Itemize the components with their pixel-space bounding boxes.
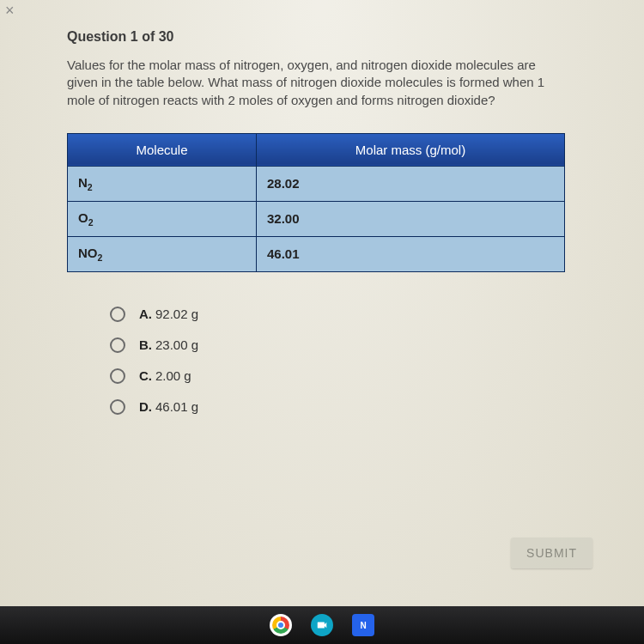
chrome-icon[interactable] xyxy=(270,614,292,636)
table-header-molecule: Molecule xyxy=(68,133,257,166)
molecule-value: 46.01 xyxy=(257,236,565,271)
close-icon[interactable]: × xyxy=(0,0,20,21)
docs-icon[interactable]: N xyxy=(352,614,374,636)
taskbar: N xyxy=(0,606,644,644)
option-b[interactable]: B. 23.00 g xyxy=(110,337,584,353)
option-letter: C. xyxy=(139,368,152,383)
radio-icon xyxy=(110,399,125,415)
question-counter: Question 1 of 30 xyxy=(67,29,584,45)
camera-icon[interactable] xyxy=(311,614,333,636)
molecule-sub: 2 xyxy=(98,252,103,263)
table-row: O2 32.00 xyxy=(68,201,565,236)
option-a[interactable]: A. 92.02 g xyxy=(110,307,584,322)
docs-label: N xyxy=(360,621,366,630)
option-text: 23.00 g xyxy=(155,337,198,352)
table-header-mass: Molar mass (g/mol) xyxy=(257,133,565,166)
option-letter: D. xyxy=(139,399,152,414)
answer-options: A. 92.02 g B. 23.00 g C. 2.00 g D. 46.01… xyxy=(110,307,584,415)
molecule-value: 28.02 xyxy=(257,166,565,201)
molecule-base: O xyxy=(78,210,88,225)
molar-mass-table: Molecule Molar mass (g/mol) N2 28.02 O2 … xyxy=(67,133,565,272)
table-row: NO2 46.01 xyxy=(68,236,565,271)
radio-icon xyxy=(110,368,125,384)
molecule-base: NO xyxy=(78,246,98,260)
option-d[interactable]: D. 46.01 g xyxy=(110,399,584,415)
radio-icon xyxy=(110,307,125,322)
radio-icon xyxy=(110,337,125,353)
molecule-sub: 2 xyxy=(88,217,94,228)
molecule-value: 32.00 xyxy=(257,201,565,236)
molecule-base: N xyxy=(78,175,88,190)
option-text: 46.01 g xyxy=(155,399,198,414)
question-prompt: Values for the molar mass of nitrogen, o… xyxy=(67,57,548,109)
option-letter: A. xyxy=(139,307,152,321)
option-text: 92.02 g xyxy=(155,307,198,321)
submit-button[interactable]: SUBMIT xyxy=(511,538,592,568)
option-c[interactable]: C. 2.00 g xyxy=(110,368,584,384)
question-page: Question 1 of 30 Values for the molar ma… xyxy=(0,0,644,415)
molecule-sub: 2 xyxy=(88,182,93,192)
table-row: N2 28.02 xyxy=(68,166,565,201)
option-letter: B. xyxy=(139,337,152,352)
option-text: 2.00 g xyxy=(155,368,191,383)
